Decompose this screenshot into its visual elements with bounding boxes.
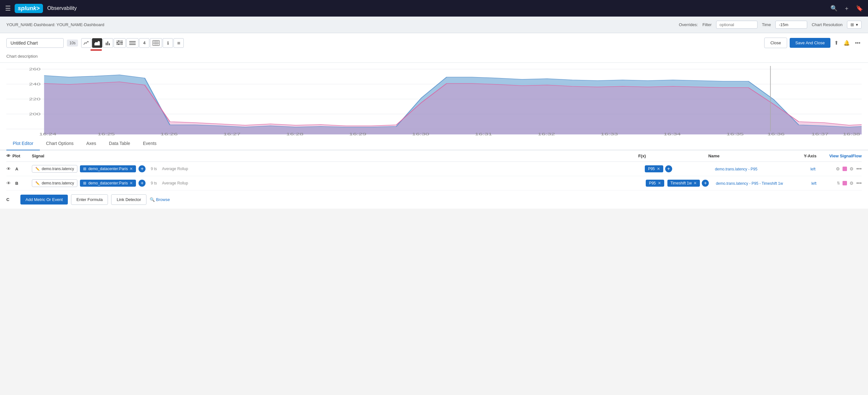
svg-text:16:28: 16:28 [286,132,304,136]
svg-text:200: 200 [29,112,40,116]
svg-rect-5 [118,40,119,42]
svg-text:16:33: 16:33 [600,132,618,136]
gear-icon-a[interactable]: ⚙ [836,166,840,171]
tab-chart-options[interactable]: Chart Options [40,137,80,150]
time-label: Time [762,22,771,27]
chart-type-column[interactable] [103,38,113,48]
chart-type-area[interactable] [92,38,102,48]
fx-remove-a[interactable]: ✕ [657,166,660,171]
metric-pill-b[interactable]: ✏️ demo.trans.latency [32,179,78,187]
color-swatch-b[interactable] [842,181,847,185]
tab-bar: Plot Editor Chart Options Axes Data Tabl… [0,137,868,150]
metric-icon-b: ✏️ [35,181,40,185]
tab-data-table[interactable]: Data Table [102,137,136,150]
chart-res-chevron: ▾ [856,22,858,27]
add-row-c: C Add Metric Or Event Enter Formula Link… [6,190,862,209]
more-options-icon[interactable]: ••• [854,39,862,47]
share-icon[interactable]: ⬆ [833,38,840,47]
tag-pill-b[interactable]: ⊞ demo_datacenter:Paris ✕ [80,180,136,187]
top-nav: ☰ splunk> Observability 🔍 ＋ 🔖 [0,0,868,17]
chart-type-line[interactable] [81,38,91,48]
svg-text:16:35: 16:35 [726,132,744,136]
app-title: Observability [48,5,77,11]
svg-text:16:34: 16:34 [663,132,681,136]
svg-text:240: 240 [29,82,40,86]
add-metric-button[interactable]: Add Metric Or Event [20,194,68,205]
selected-chart-type-indicator [90,49,102,51]
chart-type-single-value[interactable]: 4 [139,38,149,48]
fx-badge-p95-a[interactable]: P95 ✕ [645,165,663,172]
fx-badge-timeshift-b[interactable]: Timeshift 1w ✕ [668,180,700,187]
overrides-label: Overrides: [679,22,698,27]
svg-rect-10 [120,42,121,43]
more-icon-a[interactable]: ••• [856,166,862,172]
filter-input[interactable] [716,21,757,29]
chart-type-text[interactable]: ≣ [174,38,184,48]
plot-letter-c: C [6,197,16,202]
eye-icon-a[interactable]: 👁 [6,166,11,171]
fx-remove-timeshift-b[interactable]: ✕ [693,181,697,185]
fx-add-b[interactable]: + [702,180,709,187]
svg-rect-12 [117,43,118,45]
fx-badge-p95-b[interactable]: P95 ✕ [646,180,664,187]
add-filter-b[interactable]: + [138,180,146,187]
fx-remove-p95-b[interactable]: ✕ [658,181,661,185]
save-and-close-button[interactable]: Save And Close [790,38,831,48]
svg-marker-34 [44,82,862,134]
chart-resolution-button[interactable]: ⊞ ▾ [847,21,862,29]
col-header-plot: 👁 Plot [6,154,32,158]
svg-text:16:26: 16:26 [160,132,178,136]
name-link-b[interactable]: demo.trans.latency - P95 - Timeshift 1w [716,181,783,186]
more-icon-b[interactable]: ••• [856,180,862,186]
svg-rect-2 [107,41,108,45]
settings-icon-b[interactable]: ⚙ [849,181,854,186]
chart-type-table[interactable] [150,38,162,48]
close-button[interactable]: Close [764,38,787,48]
alert-icon[interactable]: 🔔 [842,38,851,47]
plus-icon[interactable]: ＋ [844,4,849,12]
svg-rect-17 [129,43,136,43]
chart-title-input[interactable] [6,38,64,48]
signal-b: ✏️ demo.trans.latency ⊞ demo_datacenter:… [32,179,646,187]
name-b: demo.trans.latency - P95 - Timeshift 1w [716,181,811,186]
tag-pill-a[interactable]: ⊞ demo_datacenter:Paris ✕ [80,165,136,172]
svg-text:16:36: 16:36 [767,132,784,136]
metric-pill-a[interactable]: ✏️ demo.trans.latency [32,165,78,173]
time-badge: 10s [67,39,78,47]
svg-text:16:30: 16:30 [412,132,429,136]
color-swatch-a[interactable] [842,166,847,171]
chart-type-list[interactable] [126,38,138,48]
datacenter-icon-a: ⊞ [83,166,86,171]
yaxis-link-a[interactable]: left [810,167,815,171]
view-signalflow-link[interactable]: View SignalFlow [829,154,862,158]
eye-icon-b[interactable]: 👁 [6,181,11,186]
bookmark-icon[interactable]: 🔖 [856,5,863,12]
settings-icon-a[interactable]: ⚙ [849,166,854,171]
tab-axes[interactable]: Axes [80,137,102,150]
search-icon[interactable]: 🔍 [830,5,837,12]
svg-rect-13 [118,43,119,45]
svg-rect-11 [121,42,123,43]
browse-button[interactable]: 🔍 Browse [150,197,170,202]
chart-type-heatmap[interactable] [114,38,126,48]
chart-type-info[interactable]: ℹ [163,38,173,48]
link-detector-button[interactable]: Link Detector [111,194,147,205]
plot-letter-b: B [15,181,25,186]
yaxis-link-b[interactable]: left [811,181,816,186]
svg-rect-16 [129,41,136,42]
add-filter-a[interactable]: + [138,165,146,172]
row-actions-a: ⚙ ⚙ ••• [836,166,862,172]
hamburger-icon[interactable]: ☰ [5,4,11,12]
name-link-a[interactable]: demo.trans.latency - P95 [715,167,757,171]
svg-rect-19 [153,40,159,45]
move-icon-b[interactable]: ⇅ [837,181,840,185]
enter-formula-button[interactable]: Enter Formula [71,194,108,205]
tab-plot-editor[interactable]: Plot Editor [6,137,40,150]
splunk-logo[interactable]: splunk> [14,4,43,13]
tab-events[interactable]: Events [136,137,163,150]
tag-remove-b[interactable]: ✕ [130,181,133,185]
time-input[interactable] [775,21,807,29]
fx-add-a[interactable]: + [665,165,672,172]
filter-label: Filter [703,22,712,27]
tag-remove-a[interactable]: ✕ [130,166,133,171]
